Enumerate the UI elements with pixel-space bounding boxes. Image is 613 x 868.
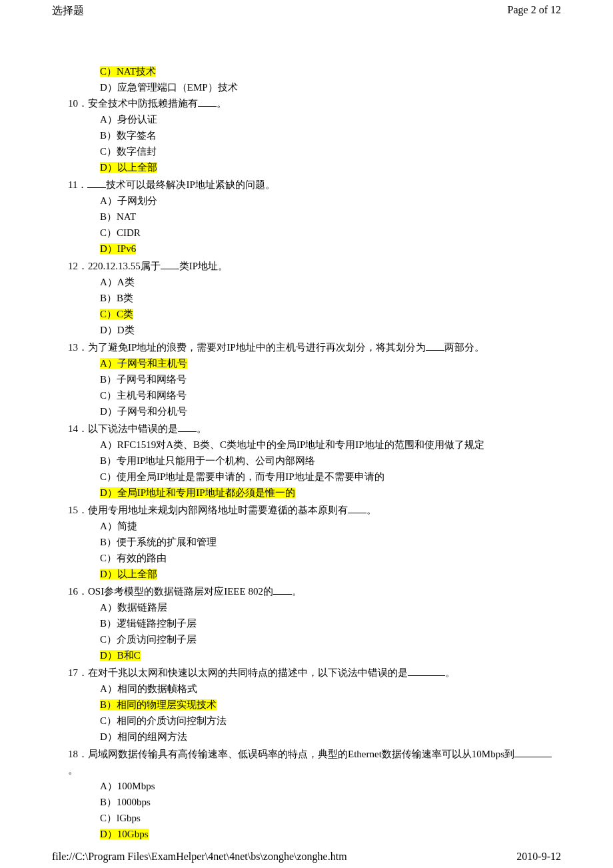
question: 16．OSI参考模型的数据链路层对应IEEE 802的。A）数据链路层B）逻辑链… [52,583,561,663]
question-stem: 12．220.12.13.55属于类IP地址。 [52,258,561,274]
stem-pre: 在对千兆以太网和快速以太网的共同特点的描述中，以下说法中错误的是 [88,667,408,678]
stem-pre: 安全技术中防抵赖措施有 [88,98,198,109]
stem-post: 。 [292,586,302,597]
stem-pre: 局域网数据传输具有高传输速率、低误码率的特点，典型的Ethernet数据传输速率… [88,749,514,759]
option: A）RFC1519对A类、B类、C类地址中的全局IP地址和专用IP地址的范围和使… [100,437,561,453]
stem-pre: OSI参考模型的数据链路层对应IEEE 802的 [88,586,273,597]
option: C）有效的路由 [100,550,561,566]
fill-blank [273,594,292,595]
question: 10．安全技术中防抵赖措施有。A）身份认证B）数字签名C）数字信封D）以上全部 [52,95,561,175]
option: C）CIDR [100,225,561,241]
option-label: D）10Gbps [100,829,149,839]
options-block: A）A类B）B类C）C类D）D类 [52,274,561,338]
option-label: B）1000bps [100,797,151,807]
question-stem: 11．技术可以最终解决IP地址紧缺的问题。 [52,177,561,193]
option: D）应急管理端口（EMP）技术 [100,79,561,95]
option-label: D）相同的组网方法 [100,731,187,742]
option: C）NAT技术 [100,63,561,79]
option-label: C）NAT技术 [100,66,156,77]
option-label: B）便于系统的扩展和管理 [100,537,217,547]
option-label: C）介质访问控制子层 [100,634,197,645]
option-label: D）以上全部 [100,162,157,173]
option: D）相同的组网方法 [100,729,561,745]
fill-blank [408,675,445,676]
option-label: A）数据链路层 [100,602,167,613]
option-label: A）子网划分 [100,195,157,206]
option-label: D）全局IP地址和专用IP地址都必须是惟一的 [100,487,295,498]
stem-post: 。 [68,765,78,775]
option-label: B）相同的物理层实现技术 [100,699,217,710]
option: A）相同的数据帧格式 [100,681,561,697]
fill-blank [178,431,197,432]
question-number: 18． [68,746,88,762]
option: C）使用全局IP地址是需要申请的，而专用IP地址是不需要申请的 [100,469,561,485]
option-label: C）主机号和网络号 [100,390,187,401]
option: B）B类 [100,290,561,306]
document-body: C）NAT技术D）应急管理端口（EMP）技术 10．安全技术中防抵赖措施有。A）… [0,21,613,842]
question: 12．220.12.13.55属于类IP地址。A）A类B）B类C）C类D）D类 [52,258,561,338]
option: B）数字签名 [100,127,561,143]
document-title: 选择题 [52,4,84,18]
stem-pre: 为了避免IP地址的浪费，需要对IP地址中的主机号进行再次划分，将其划分为 [88,342,426,353]
option-label: B）专用IP地址只能用于一个机构、公司内部网络 [100,455,315,466]
question-number: 14． [68,421,88,437]
option: D）D类 [100,322,561,338]
option: B）1000bps [100,794,561,810]
question-number: 16． [68,583,88,599]
option-label: A）RFC1519对A类、B类、C类地址中的全局IP地址和专用IP地址的范围和使… [100,439,484,450]
option: C）lGbps [100,810,561,826]
option: D）全局IP地址和专用IP地址都必须是惟一的 [100,485,561,501]
stem-pre: 220.12.13.55属于 [88,261,161,271]
question: 15．使用专用地址来规划内部网络地址时需要遵循的基本原则有。A）简捷B）便于系统… [52,502,561,582]
option: C）C类 [100,306,561,322]
option-label: C）使用全局IP地址是需要申请的，而专用IP地址是不需要申请的 [100,471,384,482]
option: A）身份认证 [100,111,561,127]
question-stem: 14．以下说法中错误的是。 [52,421,561,437]
stem-post: 。 [197,423,207,434]
stem-post: 。 [445,667,455,678]
question-stem: 17．在对千兆以太网和快速以太网的共同特点的描述中，以下说法中错误的是。 [52,665,561,681]
option-label: B）数字签名 [100,130,157,141]
stem-pre: 使用专用地址来规划内部网络地址时需要遵循的基本原则有 [88,505,348,515]
option: D）子网号和分机号 [100,403,561,419]
option: A）子网划分 [100,193,561,209]
options-block: A）子网划分B）NATC）CIDRD）IPv6 [52,193,561,257]
option: C）相同的介质访问控制方法 [100,713,561,729]
fill-blank [161,269,179,269]
page-indicator: Page 2 of 12 [508,4,561,18]
option-label: C）CIDR [100,227,141,238]
options-block: A）100MbpsB）1000bpsC）lGbpsD）10Gbps [52,778,561,842]
option-label: A）100Mbps [100,781,155,791]
question: 17．在对千兆以太网和快速以太网的共同特点的描述中，以下说法中错误的是。A）相同… [52,665,561,745]
question-number: 12． [68,258,88,274]
option: D）以上全部 [100,566,561,582]
option: C）数字信封 [100,143,561,159]
questions-container: 10．安全技术中防抵赖措施有。A）身份认证B）数字签名C）数字信封D）以上全部1… [52,95,561,842]
question: 14．以下说法中错误的是。A）RFC1519对A类、B类、C类地址中的全局IP地… [52,421,561,501]
option: A）100Mbps [100,778,561,794]
question-stem: 16．OSI参考模型的数据链路层对应IEEE 802的。 [52,583,561,599]
option: A）数据链路层 [100,599,561,615]
option-label: D）子网号和分机号 [100,406,187,417]
option: A）子网号和主机号 [100,355,561,371]
option-label: D）D类 [100,325,135,335]
question-number: 10． [68,95,88,111]
option-label: C）有效的路由 [100,553,167,563]
question-stem: 10．安全技术中防抵赖措施有。 [52,95,561,111]
option: D）以上全部 [100,159,561,175]
option-label: C）相同的介质访问控制方法 [100,715,227,726]
option-label: B）NAT [100,211,136,222]
option: B）逻辑链路控制子层 [100,615,561,631]
options-block: A）子网号和主机号B）子网号和网络号C）主机号和网络号D）子网号和分机号 [52,355,561,419]
option-label: A）身份认证 [100,114,157,125]
options-block: A）相同的数据帧格式B）相同的物理层实现技术C）相同的介质访问控制方法D）相同的… [52,681,561,745]
options-block: A）数据链路层B）逻辑链路控制子层C）介质访问控制子层D）B和C [52,599,561,663]
stem-post: 。 [366,505,376,515]
question-number: 15． [68,502,88,518]
fill-blank [348,513,366,513]
option-label: C）C类 [100,309,133,319]
question: 11．技术可以最终解决IP地址紧缺的问题。A）子网划分B）NATC）CIDRD）… [52,177,561,257]
option: D）IPv6 [100,241,561,257]
option-label: A）相同的数据帧格式 [100,683,197,694]
option: D）B和C [100,647,561,663]
